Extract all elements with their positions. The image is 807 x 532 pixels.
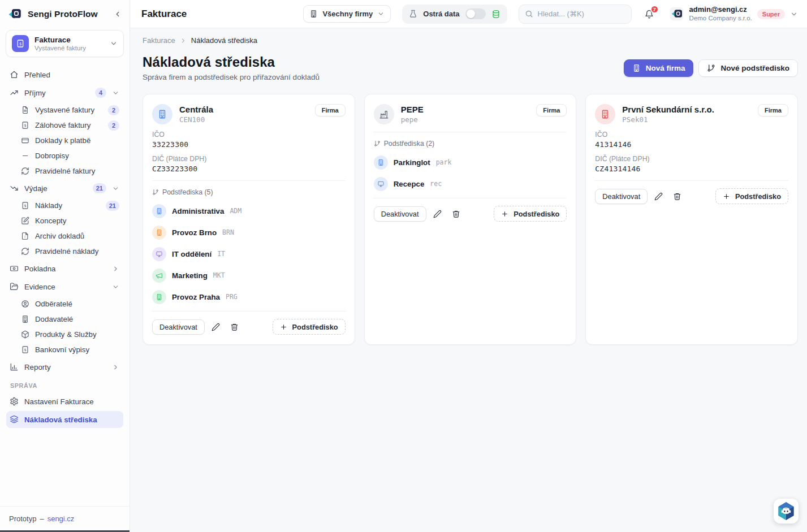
sidebar-item-label: Archiv dokladů: [35, 232, 119, 240]
divider: [152, 311, 346, 312]
company-card: CentrálaCEN100FirmaIČO33223300DIČ (Plátc…: [143, 94, 355, 345]
subcenter-avatar: [152, 204, 166, 218]
minus-icon: [21, 152, 29, 160]
invoice-icon: $: [21, 121, 29, 129]
notifications-button[interactable]: 7: [644, 9, 654, 19]
sidebar-item-nakladova-strediska[interactable]: Nákladová střediska: [6, 411, 123, 428]
company-filter-dropdown[interactable]: Všechny firmy: [303, 5, 391, 23]
app-name: Sengi ProtoFlow: [28, 9, 106, 19]
sidebar-item-koncepty[interactable]: Koncepty: [6, 213, 123, 228]
sidebar-item-produkty-sluzby[interactable]: Produkty & Služby: [6, 327, 123, 342]
monitor-icon: [156, 250, 163, 258]
page-title: Nákladová střediska: [143, 54, 320, 70]
new-subcenter-button[interactable]: Nové podstředisko: [698, 59, 798, 77]
delete-button[interactable]: [670, 190, 685, 203]
company-card: První Sekundární s.r.o.PSek01FirmaIČO413…: [585, 94, 798, 345]
refresh-icon: [21, 247, 29, 256]
building-icon: [157, 109, 167, 119]
global-search[interactable]: [519, 5, 632, 24]
megaphone-icon: [156, 272, 163, 279]
sidebar-item-prehled[interactable]: Přehled: [6, 66, 123, 83]
sidebar-item-pokladna[interactable]: Pokladna: [6, 260, 123, 277]
subcenter-name: Parkinglot: [394, 158, 430, 167]
file-text-icon: [21, 106, 29, 114]
add-subcenter-button[interactable]: Podstředisko: [494, 206, 567, 222]
company-avatar: [152, 104, 172, 124]
subcenter-code: rec: [430, 180, 442, 188]
sidebar-item-doklady-k-platbe[interactable]: Doklady k platbě: [6, 133, 123, 148]
git-branch-icon: [707, 64, 715, 72]
sidebar-item-pravidelne-faktury[interactable]: Pravidelné faktury: [6, 163, 123, 179]
subcenter-row: Provoz PrahaPRG: [152, 290, 346, 304]
user-menu[interactable]: admin@sengi.cz Demo Company s.r.o. Super: [669, 5, 798, 23]
breadcrumb-item[interactable]: Fakturace: [143, 36, 175, 45]
archive-icon: [21, 232, 29, 240]
deactivate-button[interactable]: Deaktivovat: [595, 189, 648, 204]
sidebar-item-naklady[interactable]: $Náklady21: [6, 198, 123, 213]
sidebar-footer: Prototyp – sengi.cz: [0, 506, 130, 532]
topbar: Fakturace Všechny firmy Ostrá data 7: [130, 0, 807, 28]
live-data-toggle[interactable]: [465, 8, 486, 19]
sidebar-item-pravidelne-naklady[interactable]: Pravidelné náklady: [6, 244, 123, 259]
edit-button[interactable]: [430, 207, 445, 220]
sidebar-item-zalohove-faktury[interactable]: $Zálohové faktury2: [6, 118, 123, 133]
search-input[interactable]: [538, 10, 625, 18]
delete-button[interactable]: [448, 207, 464, 220]
deactivate-button[interactable]: Deaktivovat: [152, 319, 205, 335]
delete-button[interactable]: [227, 321, 242, 334]
gear-icon: [10, 397, 19, 406]
sidebar-item-label: Reporty: [24, 363, 106, 371]
sidebar-section-label: SPRÁVA: [10, 382, 123, 389]
edit-button[interactable]: [208, 321, 223, 334]
building-icon: [156, 229, 163, 236]
count-badge: 4: [95, 88, 106, 98]
sidebar-item-prijmy[interactable]: Příjmy4: [6, 84, 123, 101]
workspace-switcher[interactable]: $ Fakturace Vystavené faktury: [6, 30, 124, 57]
new-company-button[interactable]: Nová firma: [624, 59, 694, 77]
company-type-badge: Firma: [315, 104, 346, 116]
sidebar-item-vydaje[interactable]: Výdaje21: [6, 180, 123, 197]
sidebar-item-reporty[interactable]: Reporty: [6, 358, 123, 375]
add-subcenter-button[interactable]: Podstředisko: [273, 319, 346, 335]
building-icon: [156, 207, 163, 215]
factory-icon: [379, 109, 389, 119]
trash-icon: [230, 323, 239, 331]
sengi-link[interactable]: sengi.cz: [48, 514, 75, 523]
subcenters-label: Podstřediska (5): [152, 188, 346, 196]
sidebar-item-dobropisy[interactable]: Dobropisy: [6, 148, 123, 163]
sidebar-nav: PřehledPříjmy4Vystavené faktury2$Zálohov…: [0, 64, 130, 506]
sidebar-item-evidence[interactable]: Evidence: [6, 278, 123, 295]
sidebar-item-label: Vystavené faktury: [35, 106, 102, 114]
chat-assistant-button[interactable]: [774, 499, 799, 524]
git-branch-icon: [152, 189, 159, 196]
ico-value: 33223300: [152, 140, 346, 149]
trend-up-icon: [10, 88, 19, 97]
subcenter-row: MarketingMKT: [152, 269, 346, 282]
sidebar-item-odberatele[interactable]: Odběratelé: [6, 296, 123, 312]
building-icon: [600, 109, 610, 119]
sidebar-item-label: Koncepty: [35, 217, 119, 225]
subcenter-row: Provoz BrnoBRN: [152, 226, 346, 239]
divider: [374, 132, 567, 132]
edit-button[interactable]: [651, 190, 666, 203]
ico-label: IČO: [595, 131, 788, 139]
sidebar-item-nastaveni-fakturace[interactable]: Nastavení Fakturace: [6, 393, 123, 410]
add-subcenter-button[interactable]: Podstředisko: [715, 188, 788, 204]
divider: [374, 198, 567, 198]
sidebar-collapse-button[interactable]: [111, 8, 124, 20]
deactivate-button[interactable]: Deaktivovat: [374, 206, 426, 222]
divider: [595, 180, 788, 181]
company-name: PEPE: [401, 105, 530, 114]
app-root: Sengi ProtoFlow $ Fakturace Vystavené fa…: [0, 0, 807, 532]
breadcrumb: Fakturace Nákladová střediska: [143, 36, 798, 45]
sidebar-item-dodavatele[interactable]: Dodavatelé: [6, 312, 123, 327]
chevron-right-icon: [180, 37, 187, 44]
subcenters-label: Podstřediska (2): [374, 140, 567, 148]
avatar: [669, 6, 684, 21]
sidebar-item-bankovni-vypisy[interactable]: $Bankovní výpisy: [6, 342, 123, 357]
subcenter-avatar: [152, 247, 166, 261]
sidebar-item-vystavene-faktury[interactable]: Vystavené faktury2: [6, 102, 123, 118]
sidebar-item-archiv-dokladu[interactable]: Archiv dokladů: [6, 228, 123, 244]
database-icon: [491, 10, 500, 19]
company-avatar: [374, 104, 394, 124]
